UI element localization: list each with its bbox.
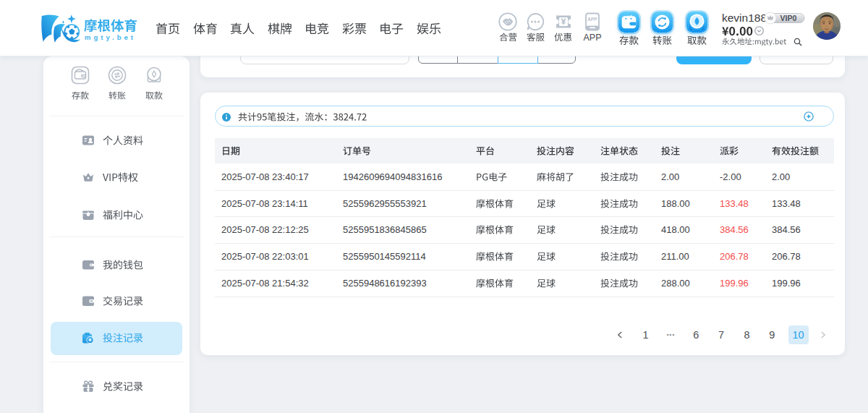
svg-text:VIP0: VIP0 bbox=[780, 14, 797, 22]
svg-text:APP: APP bbox=[587, 17, 597, 22]
